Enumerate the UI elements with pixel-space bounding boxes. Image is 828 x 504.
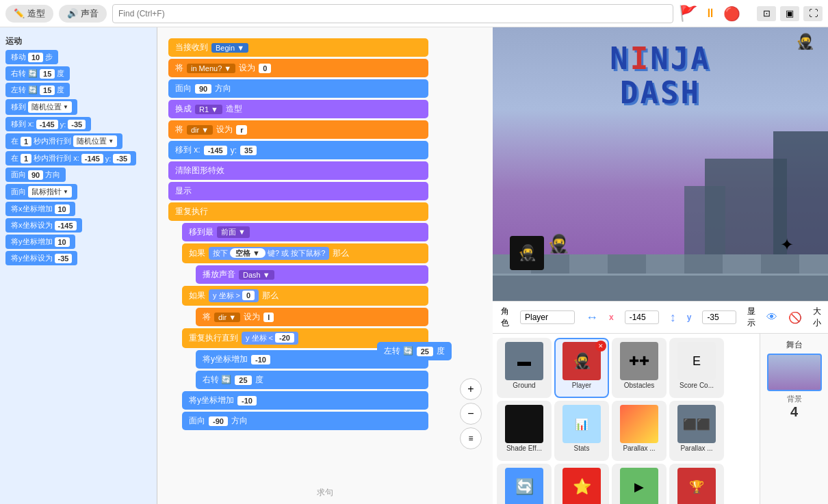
sprite-item-obstacles[interactable]: ✚✚ Obstacles — [612, 338, 667, 398]
stage-mini-preview[interactable] — [767, 354, 822, 391]
sprite-thumb-score: E — [677, 342, 716, 380]
block-glide-random-btn[interactable]: 在 1 秒内滑行到 随机位置 ▼ — [5, 133, 122, 149]
cb-when-receive[interactable]: 当接收到 Begin ▼ — [168, 38, 428, 57]
block-face-target[interactable]: 面向 鼠标指针 ▼ — [5, 184, 151, 200]
stop-button[interactable]: 🔴 — [723, 5, 740, 22]
cb-show[interactable]: 显示 — [168, 182, 428, 200]
block-glide-xy[interactable]: 在 1 秒内滑行到 x: -145 y: -35 — [5, 151, 151, 165]
block-move-xy-btn[interactable]: 移到 x: -145 y: -35 — [5, 117, 91, 131]
sprite-item-parallax1[interactable]: Parallax ... — [612, 401, 667, 461]
tab-costume[interactable]: ✏️ 造型 — [5, 5, 53, 23]
cb-go-front[interactable]: 移到最 前面 ▼ — [182, 223, 428, 241]
block-turn-right[interactable]: 右转 🔄 15 度 — [5, 66, 151, 81]
cb-turn-right-25[interactable]: 右转 🔄 25 度 — [196, 371, 428, 389]
cb-set-dir[interactable]: 将 dir ▼ 设为 r — [168, 120, 428, 139]
blocks-palette: 运动 移动 10 步 右转 🔄 15 度 左转 🔄 15 度 移到 随机位置 ▼… — [0, 27, 157, 504]
sprite-delete-player[interactable]: ✕ — [595, 341, 606, 352]
block-face-target-btn[interactable]: 面向 鼠标指针 ▼ — [5, 184, 77, 200]
cb-switch-costume[interactable]: 换成 R1 ▼ 造型 — [168, 100, 428, 118]
sprite-item-playbtn[interactable]: ▶ Play Button — [612, 464, 667, 504]
sprite-item-stats[interactable]: 📊 Stats — [554, 401, 609, 461]
player-sprite: 🥷 — [547, 233, 569, 254]
block-set-y-btn[interactable]: 将y坐标设为 -35 — [5, 251, 77, 265]
bg-count: 4 — [790, 404, 798, 420]
cb-play-sound[interactable]: 播放声音 Dash ▼ — [196, 265, 428, 284]
show-button[interactable]: 👁 — [766, 311, 777, 323]
cb-set-dir-l[interactable]: 将 dir ▼ 设为 l — [196, 308, 428, 326]
layout-editor-button[interactable]: ▣ — [780, 6, 799, 21]
sprite-thumb-restart: 🔄 — [505, 468, 543, 504]
block-turn-left[interactable]: 左转 🔄 15 度 — [5, 83, 151, 97]
find-input[interactable] — [112, 4, 673, 23]
cb-set-inmenu[interactable]: 将 in Menu? ▼ 设为 0 — [168, 59, 428, 77]
sprite-item-parallax2[interactable]: ⬛⬛ Parallax ... — [669, 401, 724, 461]
cb-if-y-gt-0[interactable]: 如果 y 坐标 > 0 那么 — [182, 286, 428, 306]
block-set-x-btn[interactable]: 将x坐标设为 -145 — [5, 218, 82, 233]
code-block-stack: 当接收到 Begin ▼ 将 in Menu? ▼ 设为 0 面向 90 方向 … — [168, 38, 428, 430]
sprite-info-bar: 角色 ↔ x ↕ y 显示 👁 🚫 大小 方向 — [493, 301, 828, 334]
block-glide-xy-btn[interactable]: 在 1 秒内滑行到 x: -145 y: -35 — [5, 151, 136, 165]
block-move-xy[interactable]: 移到 x: -145 y: -35 — [5, 117, 151, 131]
cb-face-90[interactable]: 面向 90 方向 — [168, 79, 428, 98]
cb-move-xy[interactable]: 移到 x: -145 y: 35 — [168, 141, 428, 159]
sprite-item-player[interactable]: ✕ 🥷 Player — [554, 338, 609, 398]
layout-fullscreen-button[interactable]: ⛶ — [803, 6, 823, 21]
stage-preview: NINJA DASH 🥷 🥷 ✦ 🥷 — [493, 27, 828, 301]
left-right-icon: ↔ — [586, 310, 598, 325]
ninja-sprite-icon: 🥷 — [796, 33, 814, 51]
layout-split-button[interactable]: ⊡ — [757, 6, 776, 21]
layout-buttons: ⊡ ▣ ⛶ — [757, 6, 823, 21]
cb-change-y-neg10-b[interactable]: 将y坐标增加 -10 — [182, 391, 428, 410]
cb-face-neg90[interactable]: 面向 -90 方向 — [182, 412, 428, 430]
x-input[interactable] — [625, 310, 659, 324]
cb-floating-turn[interactable]: 左转 🔄 25 度 — [377, 342, 452, 360]
block-move-to[interactable]: 移到 随机位置 ▼ — [5, 99, 151, 115]
block-change-x[interactable]: 将x坐标增加 10 — [5, 202, 151, 216]
sprite-item-highscore[interactable]: 🏆 HighScor... — [669, 464, 724, 504]
zoom-controls: + − ≡ — [460, 378, 482, 449]
sprite-label-stats: Stats — [574, 445, 590, 452]
y-input[interactable] — [702, 310, 736, 324]
sprite-item-score[interactable]: E Score Co... — [669, 338, 724, 398]
x-label: x — [609, 313, 614, 322]
sprite-item-home[interactable]: ⭐ Home — [554, 464, 609, 504]
sprite-thumb-obstacles: ✚✚ — [620, 342, 658, 380]
block-turn-left-btn[interactable]: 左转 🔄 15 度 — [5, 83, 70, 97]
sprite-item-ground[interactable]: ▬ Ground — [497, 338, 552, 398]
sprite-thumb-parallax1 — [620, 405, 658, 443]
sprite-thumb-parallax2: ⬛⬛ — [677, 405, 716, 443]
tab-costume-label: 造型 — [27, 8, 45, 20]
game-preview-bg: NINJA DASH 🥷 🥷 ✦ 🥷 — [493, 27, 828, 301]
block-set-y[interactable]: 将y坐标设为 -35 — [5, 251, 151, 265]
block-move-to-btn[interactable]: 移到 随机位置 ▼ — [5, 99, 77, 115]
green-flag-button[interactable]: 🚩 — [679, 5, 697, 23]
block-change-y[interactable]: 将y坐标增加 10 — [5, 235, 151, 249]
cb-clear-effects[interactable]: 清除图形特效 — [168, 161, 428, 180]
cb-if-pressed[interactable]: 如果 按下 空格 ▼ 键? 或 按下鼠标? 那么 — [182, 243, 428, 263]
sprite-thumb-ground: ▬ — [505, 342, 543, 380]
pause-button[interactable]: ⏸ — [704, 6, 716, 21]
zoom-in-button[interactable]: + — [460, 378, 482, 400]
block-glide-random[interactable]: 在 1 秒内滑行到 随机位置 ▼ — [5, 133, 151, 149]
cb-repeat-forever[interactable]: 重复执行 — [168, 202, 428, 221]
zoom-out-button[interactable]: − — [460, 403, 482, 425]
block-face-dir[interactable]: 面向 90 方向 — [5, 168, 151, 182]
game-title-dash: DASH — [620, 75, 701, 110]
sprite-name-input[interactable] — [520, 310, 575, 324]
tab-sound[interactable]: 🔊 声音 — [59, 5, 107, 23]
sprite-item-restart[interactable]: 🔄 Restart — [497, 464, 552, 504]
block-change-y-btn[interactable]: 将y坐标增加 10 — [5, 235, 75, 249]
hide-button[interactable]: 🚫 — [788, 311, 802, 324]
zoom-fit-button[interactable]: ≡ — [460, 427, 482, 449]
block-change-x-btn[interactable]: 将x坐标增加 10 — [5, 202, 75, 216]
block-move[interactable]: 移动 10 步 — [5, 50, 151, 64]
block-move-steps[interactable]: 移动 10 步 — [5, 50, 58, 64]
sprite-label-player: Player — [572, 382, 591, 389]
sprite-thumb-shade — [505, 405, 543, 443]
block-set-x[interactable]: 将x坐标设为 -145 — [5, 218, 151, 233]
block-turn-right-btn[interactable]: 右转 🔄 15 度 — [5, 66, 70, 81]
show-label: 显示 — [747, 306, 755, 329]
sprite-label-obstacles: Obstacles — [624, 382, 654, 389]
sprite-item-shade[interactable]: Shade Eff... — [497, 401, 552, 461]
block-face-dir-btn[interactable]: 面向 90 方向 — [5, 168, 66, 182]
